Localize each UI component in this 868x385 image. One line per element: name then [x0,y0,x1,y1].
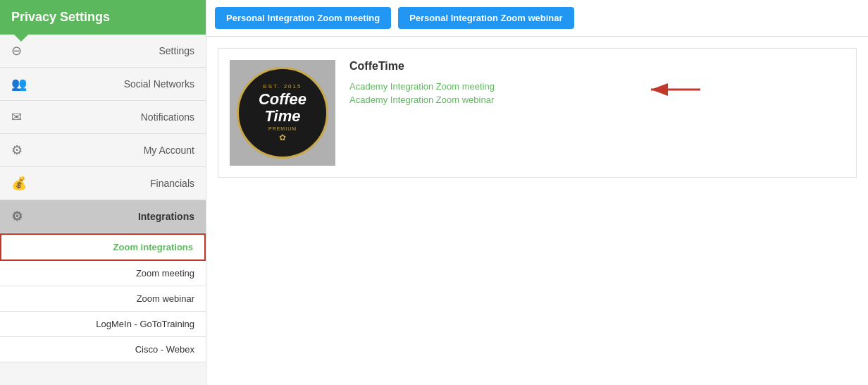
coffee-info: CoffeTime Academy Integration Zoom meeti… [349,60,845,108]
sub-item-label: Zoom webinar [137,293,194,304]
academy-zoom-webinar-link[interactable]: Academy Integration Zoom webinar [349,94,845,105]
personal-zoom-webinar-button[interactable]: Personal Integration Zoom webinar [398,7,574,29]
sidebar-sub-zoom-integrations[interactable]: Zoom integrations [0,233,206,261]
content-area: EST. 2015 CoffeeTime PREMIUM ✿ CoffeTime… [206,37,868,385]
social-icon: 👥 [11,76,27,92]
sidebar-title: Privacy Settings [11,10,110,24]
sidebar-sub-logmein[interactable]: LogMeIn - GoToTraining [0,312,206,337]
personal-zoom-meeting-button[interactable]: Personal Integration Zoom meeting [215,7,391,29]
sidebar: Privacy Settings ⊖ Settings 👥 Social Net… [0,0,206,385]
sidebar-sub-zoom-webinar[interactable]: Zoom webinar [0,286,206,312]
coffee-logo: EST. 2015 CoffeeTime PREMIUM ✿ [237,67,328,159]
sidebar-item-label: Financials [34,178,194,189]
sidebar-item-label: Social Networks [34,78,194,90]
arrow-icon [647,80,704,99]
sidebar-item-label: Settings [29,45,194,56]
sub-item-label: Cisco - Webex [135,344,194,355]
sidebar-item-financials[interactable]: 💰 Financials [0,167,206,200]
coffee-image: EST. 2015 CoffeeTime PREMIUM ✿ [230,60,335,166]
logo-bean-icon: ✿ [279,133,286,142]
academy-zoom-meeting-link[interactable]: Academy Integration Zoom meeting [349,81,845,92]
coffee-card: EST. 2015 CoffeeTime PREMIUM ✿ CoffeTime… [218,48,857,178]
coffee-title: CoffeTime [349,60,845,73]
sidebar-item-notifications[interactable]: ✉ Notifications [0,101,206,134]
sub-item-label: Zoom meeting [136,268,194,279]
logo-premium: PREMIUM [268,126,297,131]
sidebar-header: Privacy Settings [0,0,206,35]
sidebar-sub-zoom-meeting[interactable]: Zoom meeting [0,261,206,286]
sidebar-item-label: Notifications [29,111,194,123]
minus-circle-icon: ⊖ [11,43,22,59]
sidebar-item-label: Integrations [30,211,194,222]
gear-icon: ⚙ [11,142,23,158]
main-content: Personal Integration Zoom meeting Person… [206,0,868,385]
sidebar-item-label: My Account [30,145,194,156]
sidebar-sub-cisco[interactable]: Cisco - Webex [0,337,206,362]
arrow-indicator [647,80,704,99]
sidebar-item-integrations[interactable]: ⚙ Integrations [0,200,206,233]
sub-item-label: Zoom integrations [113,242,193,252]
sidebar-item-my-account[interactable]: ⚙ My Account [0,134,206,167]
sidebar-item-social-networks[interactable]: 👥 Social Networks [0,68,206,101]
envelope-icon: ✉ [11,109,22,125]
top-bar: Personal Integration Zoom meeting Person… [206,0,868,37]
gear-settings-icon: ⚙ [11,209,23,224]
coins-icon: 💰 [11,176,27,191]
sidebar-item-settings[interactable]: ⊖ Settings [0,35,206,68]
logo-est: EST. 2015 [264,83,302,90]
logo-coffee: CoffeeTime [259,91,306,125]
sub-item-label: LogMeIn - GoToTraining [96,319,194,329]
